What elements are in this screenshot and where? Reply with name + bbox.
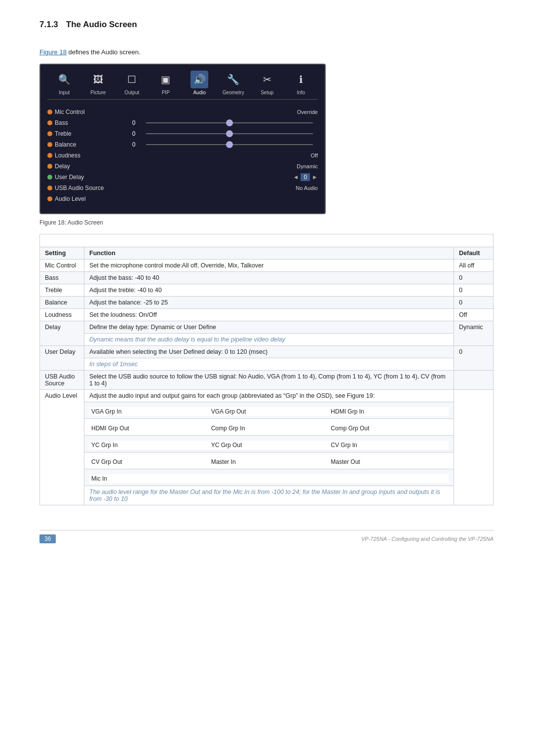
- sub-cell: Master Out: [329, 457, 449, 466]
- sub-table-row: HDMI Grp Out Comp Grp In Comp Grp Out: [89, 424, 449, 433]
- tab-label-input: Input: [59, 90, 70, 95]
- sub-row-1: VGA Grp In VGA Grp Out HDMI Grp In: [84, 402, 454, 419]
- table-row-audio-level: Audio Level Adjust the audio input and o…: [40, 390, 494, 402]
- function-audio-level-note: The audio level range for the Master Out…: [84, 486, 454, 505]
- osd-label-user-delay: User Delay: [55, 174, 84, 181]
- default-bass: 0: [454, 272, 494, 284]
- osd-val-bass: 0: [126, 119, 141, 126]
- osd-value-loudness: Off: [278, 152, 318, 158]
- setting-audio-level: Audio Level: [40, 390, 84, 505]
- sub-table-row: CV Grp Out Master In Master Out: [89, 457, 449, 466]
- osd-label-balance: Balance: [55, 141, 76, 148]
- sub-cell: Master In: [209, 457, 329, 466]
- sub-cell: YC Grp Out: [209, 441, 329, 450]
- sub-table-row: VGA Grp In VGA Grp Out HDMI Grp In: [89, 407, 449, 416]
- sub-row-4: CV Grp Out Master In Master Out: [84, 453, 454, 469]
- default-audio-level: [454, 390, 494, 505]
- bullet-bass: [47, 120, 52, 125]
- osd-tab-pip: ▣ PIP: [151, 71, 181, 95]
- osd-label-bass: Bass: [55, 119, 68, 126]
- sub-table-audio-3: YC Grp In YC Grp Out CV Grp In: [89, 441, 449, 450]
- bullet-mic: [47, 110, 52, 114]
- col-header-setting: Setting: [40, 247, 84, 260]
- bullet-delay: [47, 164, 52, 169]
- function-bass: Adjust the bass: -40 to 40: [84, 272, 454, 284]
- sub-cell: Comp Grp In: [209, 424, 329, 433]
- sub-cell: YC Grp In: [89, 441, 209, 450]
- audio-icon: 🔊: [190, 71, 208, 88]
- info-icon: ℹ: [292, 71, 310, 88]
- osd-row-delay: Delay Dynamic: [47, 161, 318, 172]
- bullet-usb-audio: [47, 186, 52, 190]
- osd-tab-geometry: 🔧 Geometry: [219, 71, 248, 95]
- osd-value-mic: Override: [278, 109, 318, 115]
- function-usb-source: Select the USB audio source to follow th…: [84, 371, 454, 390]
- osd-row-mic-control: Mic Control Override: [47, 107, 318, 117]
- sub-table-row: Mic In: [89, 474, 449, 483]
- osd-label-usb-audio: USB Audio Source: [55, 185, 104, 191]
- setting-treble: Treble: [40, 284, 84, 297]
- osd-row-usb-audio: USB Audio Source No Audio: [47, 183, 318, 193]
- geometry-icon: 🔧: [225, 71, 242, 88]
- sub-table-audio-5: Mic In: [89, 474, 449, 483]
- table-row-balance: Balance Adjust the balance: -25 to 25 0: [40, 297, 494, 309]
- setting-bass: Bass: [40, 272, 84, 284]
- table-row-mic-control: Mic Control Set the microphone control m…: [40, 260, 494, 272]
- table-row-delay-2: Dynamic means that the audio delay is eq…: [40, 334, 494, 346]
- osd-label-treble: Treble: [55, 130, 72, 137]
- sub-cell: Comp Grp Out: [329, 424, 449, 433]
- setup-icon: ✂: [258, 71, 276, 88]
- function-delay-1: Define the delay type: Dynamic or User D…: [84, 321, 454, 334]
- setting-user-delay: User Delay: [40, 346, 84, 371]
- table-row-treble: Treble Adjust the treble: -40 to 40 0: [40, 284, 494, 297]
- tab-label-geometry: Geometry: [223, 90, 244, 95]
- sub-cell: [329, 474, 449, 483]
- default-treble: 0: [454, 284, 494, 297]
- function-balance: Adjust the balance: -25 to 25: [84, 297, 454, 309]
- osd-row-treble: Treble 0: [47, 128, 318, 139]
- osd-label-audio-level: Audio Level: [55, 195, 86, 202]
- slider-bass: [141, 122, 318, 123]
- sub-cell: HDMI Grp In: [329, 407, 449, 416]
- table-row-audio-level-note: The audio level range for the Master Out…: [40, 486, 494, 505]
- table-row-audio-level-sub1: VGA Grp In VGA Grp Out HDMI Grp In: [40, 402, 494, 419]
- osd-tabs: 🔍 Input 🖼 Picture ☐ Output ▣ PIP 🔊 Audio…: [47, 71, 318, 100]
- bullet-treble: [47, 131, 52, 136]
- picture-icon: 🖼: [89, 71, 107, 88]
- osd-value-delay: Dynamic: [278, 163, 318, 169]
- footer-text: VP-725NA - Configuring and Controlling t…: [361, 536, 494, 542]
- bullet-user-delay: [47, 175, 52, 180]
- tab-label-info: Info: [297, 90, 305, 95]
- osd-row-bass: Bass 0: [47, 117, 318, 128]
- bullet-balance: [47, 142, 52, 147]
- osd-value-usb-audio: No Audio: [278, 185, 318, 191]
- sub-cell: Mic In: [89, 474, 209, 483]
- sub-cell: VGA Grp In: [89, 407, 209, 416]
- sub-row-5: Mic In: [84, 469, 454, 486]
- setting-delay: Delay: [40, 321, 84, 346]
- figure-link[interactable]: Figure 18: [39, 48, 67, 56]
- osd-label-delay: Delay: [55, 163, 70, 170]
- slider-balance: [141, 144, 318, 145]
- sub-table-audio-4: CV Grp Out Master In Master Out: [89, 457, 449, 466]
- function-delay-2: Dynamic means that the audio delay is eq…: [84, 334, 454, 346]
- setting-usb-source: USB Audio Source: [40, 371, 84, 390]
- figure-caption: Figure 18: Audio Screen: [39, 219, 494, 226]
- default-usb-source: [454, 371, 494, 390]
- osd-val-treble: 0: [126, 130, 141, 137]
- function-user-delay-2: In steps of 1msec: [84, 358, 454, 371]
- table-header-label: Audio Screen: [40, 234, 494, 247]
- function-audio-level-intro: Adjust the audio input and output gains …: [84, 390, 454, 402]
- table-row-audio-level-sub3: YC Grp In YC Grp Out CV Grp In: [40, 436, 494, 453]
- setting-balance: Balance: [40, 297, 84, 309]
- bullet-audio-level: [47, 196, 52, 201]
- osd-row-audio-level: Audio Level: [47, 193, 318, 204]
- sub-cell: CV Grp In: [329, 441, 449, 450]
- sub-row-3: YC Grp In YC Grp Out CV Grp In: [84, 436, 454, 453]
- audio-screen-table: Audio Screen Setting Function Default Mi…: [39, 234, 494, 505]
- default-user-delay: 0: [454, 346, 494, 371]
- section-title: The Audio Screen: [66, 20, 137, 30]
- table-row-user-delay-2: In steps of 1msec: [40, 358, 494, 371]
- col-header-default: Default: [454, 247, 494, 260]
- osd-mockup: 🔍 Input 🖼 Picture ☐ Output ▣ PIP 🔊 Audio…: [39, 64, 326, 214]
